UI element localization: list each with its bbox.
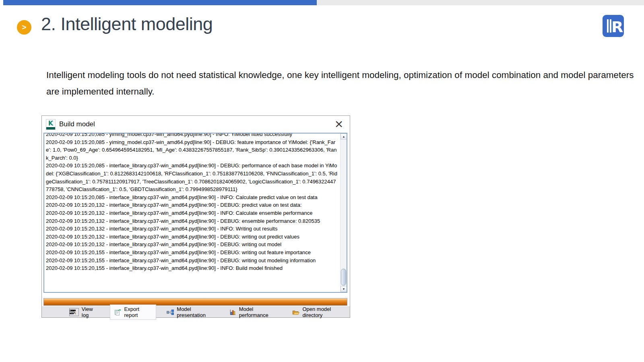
log-badge-icon: log xyxy=(69,308,79,316)
dialog-footer: log View log Export report xyxy=(42,306,350,317)
model-performance-button[interactable]: Model performance xyxy=(228,305,282,319)
log-line: 2020-02-09 10:15:20,132 - interface_libr… xyxy=(46,209,339,217)
export-report-label: Export report xyxy=(124,306,152,318)
scroll-thumb[interactable] xyxy=(341,269,346,286)
top-accent-bar-gray xyxy=(317,0,644,5)
vertical-scrollbar[interactable]: ▲ ▼ xyxy=(340,134,347,292)
open-model-directory-button[interactable]: Open model directory xyxy=(291,305,350,319)
close-icon[interactable]: × xyxy=(333,118,345,130)
log-line: 2020-02-09 10:15:20,132 - interface_libr… xyxy=(46,225,339,233)
top-accent-bar-blue xyxy=(3,0,317,5)
build-model-dialog: K Build model × 2020-02-09 10:15:20,085 … xyxy=(41,115,350,318)
dialog-titlebar: K Build model × xyxy=(42,116,350,133)
log-line: 2020-02-09 10:15:20,132 - interface_libr… xyxy=(46,241,339,249)
knime-app-icon: K xyxy=(46,119,56,130)
log-line: 2020-02-09 10:15:20,155 - interface_libr… xyxy=(46,257,339,265)
model-performance-label: Model performance xyxy=(239,306,280,318)
view-log-button[interactable]: log View log xyxy=(68,305,101,319)
log-line: 2020-02-09 10:15:20,132 - interface_libr… xyxy=(46,201,339,209)
log-line: 2020-02-09 10:15:20,085 - interface_libr… xyxy=(46,193,339,202)
log-line: 2020-02-09 10:15:20,085 - yiming_model.c… xyxy=(46,133,339,138)
footer-toolbar: log View log Export report xyxy=(68,307,350,317)
open-model-directory-label: Open model directory xyxy=(302,306,348,318)
scroll-down-button[interactable]: ▼ xyxy=(341,286,347,292)
model-performance-icon xyxy=(229,309,236,316)
log-output[interactable]: 2020-02-09 10:15:20,085 - yiming_model.c… xyxy=(43,133,347,293)
log-content: 2020-02-09 10:15:20,085 - yiming_model.c… xyxy=(44,133,340,292)
dialog-title: Build model xyxy=(59,120,95,128)
logo-r-icon: R xyxy=(603,15,624,37)
log-line: 2020-02-09 10:15:20,132 - interface_libr… xyxy=(46,217,339,225)
log-line: 2020-02-09 10:15:20,085 - yiming_model.c… xyxy=(46,138,339,162)
log-line: 2020-02-09 10:15:20,132 - interface_libr… xyxy=(46,233,339,241)
scroll-up-button[interactable]: ▲ xyxy=(341,134,347,140)
export-report-icon xyxy=(114,309,121,316)
log-line: 2020-02-09 10:15:20,155 - interface_libr… xyxy=(46,264,339,272)
log-line: 2020-02-09 10:15:20,085 - interface_libr… xyxy=(46,162,339,193)
open-folder-icon xyxy=(292,309,299,315)
model-presentation-icon xyxy=(167,309,174,315)
export-report-button[interactable]: Export report xyxy=(110,304,156,320)
view-log-label: View log xyxy=(82,306,99,318)
model-presentation-label: Model presentation xyxy=(177,306,217,318)
app-logo: R xyxy=(603,15,624,37)
app-icon-letter: K xyxy=(46,119,55,127)
svg-text:R: R xyxy=(611,18,623,36)
app-icon-strip xyxy=(46,127,55,130)
slide-paragraph: Intelligent modeling tools do not need s… xyxy=(46,67,635,100)
model-presentation-button[interactable]: Model presentation xyxy=(165,305,219,319)
log-badge-text: log xyxy=(70,310,76,314)
chevron-bullet-icon: > xyxy=(17,20,31,35)
page-title: 2. Intelligent modeling xyxy=(41,14,213,35)
log-line: 2020-02-09 10:15:20,155 - interface_libr… xyxy=(46,249,339,257)
slide: > 2. Intelligent modeling R Intelligent … xyxy=(0,0,644,362)
